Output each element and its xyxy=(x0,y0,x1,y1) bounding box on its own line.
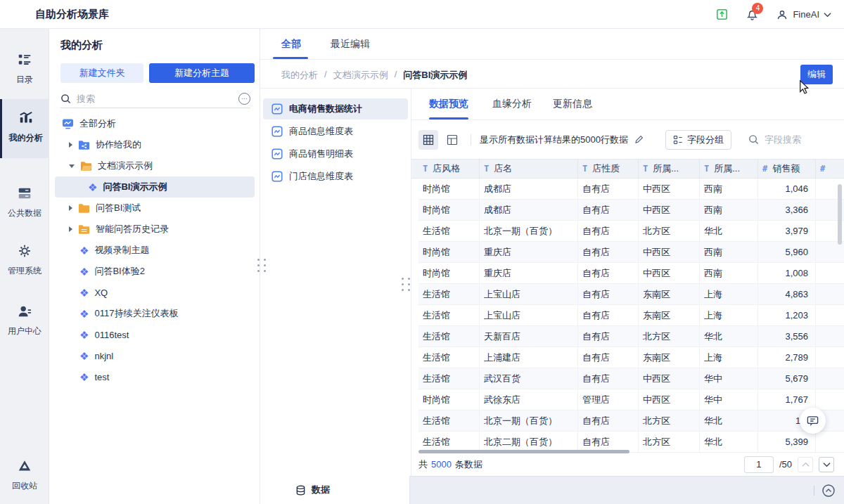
tab-update-info[interactable]: 更新信息 xyxy=(553,98,592,110)
new-folder-button[interactable]: 新建文件夹 xyxy=(60,63,143,83)
total-suffix: 条数据 xyxy=(455,458,482,471)
total-count: 5000 xyxy=(431,459,452,470)
tree-item-xq[interactable]: ❖XQ xyxy=(49,282,260,303)
next-page-button[interactable] xyxy=(819,457,834,472)
collapse-panel-button[interactable] xyxy=(821,484,836,498)
tree-item-test[interactable]: ❖test xyxy=(49,366,260,387)
column-header-area[interactable]: T所属... xyxy=(700,160,758,178)
edit-pencil-icon[interactable] xyxy=(634,134,644,145)
tree-panel-resize-handle[interactable] xyxy=(257,259,266,272)
tree-item-shared-with-me[interactable]: 协作给我的 xyxy=(49,134,260,155)
expand-arrow-icon[interactable] xyxy=(69,205,72,211)
tree-item-0116test[interactable]: ❖0116test xyxy=(49,324,260,345)
cell-sales-amount: 3,556 xyxy=(758,326,816,347)
text-type-icon: T xyxy=(582,164,587,174)
subject-diamond-icon: ❖ xyxy=(88,182,97,193)
main-area: 全部 最近编辑 我的分析 / 文档演示示例 / 问答BI演示示例 编辑 电商销售… xyxy=(260,29,844,504)
text-type-icon: T xyxy=(643,164,648,174)
field-group-button[interactable]: 字段分组 xyxy=(665,130,731,150)
tab-recently-edited[interactable]: 最近编辑 xyxy=(331,38,370,51)
notification-bell[interactable]: 4 xyxy=(746,8,759,21)
more-icon[interactable]: ··· xyxy=(238,93,250,105)
breadcrumb-item[interactable]: 我的分析 xyxy=(281,69,318,82)
gear-icon xyxy=(17,243,32,259)
folder-icon xyxy=(78,203,90,214)
new-subject-button[interactable]: 新建分析主题 xyxy=(149,63,255,83)
column-header-region[interactable]: T所属... xyxy=(639,160,700,178)
dataset-item-ecommerce-stats[interactable]: 电商销售数据统计 xyxy=(263,98,408,119)
database-icon xyxy=(295,485,306,496)
previous-page-button[interactable] xyxy=(798,457,813,472)
tree-item-video-subject[interactable]: ❖视频录制主题 xyxy=(49,240,260,261)
cell-store-type: 自有店 xyxy=(578,432,639,452)
total-prefix: 共 xyxy=(418,458,428,471)
dataset-item-product-info[interactable]: 商品信息维度表 xyxy=(263,121,408,142)
cell-store-style: 生活馆 xyxy=(418,284,480,304)
tree-item-all-analysis[interactable]: 全部分析 xyxy=(49,113,260,134)
page-title: 自助分析场景库 xyxy=(35,8,109,21)
dataset-icon xyxy=(271,126,283,137)
page-number-input[interactable] xyxy=(744,456,774,473)
nav-item-catalog[interactable]: 目录 xyxy=(0,41,49,100)
cell-store-type: 自有店 xyxy=(578,200,639,220)
tab-lineage-analysis[interactable]: 血缘分析 xyxy=(492,98,532,110)
dataset-item-store-info[interactable]: 门店信息维度表 xyxy=(263,166,408,187)
tree-item-qa-bi-test-folder[interactable]: 问答BI测试 xyxy=(49,198,260,219)
cell-area: 华北 xyxy=(700,432,758,452)
cell-store-type: 自有店 xyxy=(578,179,639,199)
tree-search-input[interactable] xyxy=(77,93,233,104)
vertical-scrollbar[interactable] xyxy=(838,184,842,245)
cell-store-type: 自有店 xyxy=(578,242,639,262)
grid-view-button[interactable] xyxy=(418,130,438,150)
user-menu[interactable]: FineAI xyxy=(776,8,831,21)
recycle-icon xyxy=(17,458,32,474)
column-header-store-style[interactable]: T店风格 xyxy=(418,160,480,178)
main-tabs: 全部 最近编辑 xyxy=(260,29,844,60)
column-header-truncated[interactable]: # xyxy=(816,160,844,178)
open-folder-icon xyxy=(80,161,92,172)
table-row: 时尚馆 重庆店 自有店 中西区 西南 5,960 xyxy=(418,242,844,263)
column-header-sales-amount[interactable]: #销售额 xyxy=(758,160,816,178)
cell-area: 华北 xyxy=(700,326,758,347)
cell-empty xyxy=(816,347,844,368)
cell-store-name: 武徐东店 xyxy=(480,389,578,410)
nav-item-recycle-bin[interactable]: 回收站 xyxy=(0,447,49,504)
column-header-store-type[interactable]: T店性质 xyxy=(578,160,639,178)
collapse-arrow-icon[interactable] xyxy=(69,164,75,168)
table-header: T店风格 T店名 T店性质 T所属... T所属... #销售额 # xyxy=(411,159,844,179)
column-header-store-name[interactable]: T店名 xyxy=(480,160,578,178)
dataset-panel-resize-handle[interactable] xyxy=(402,278,410,291)
cell-empty xyxy=(816,242,844,262)
cell-area: 华中 xyxy=(700,368,758,389)
dataset-item-product-sales-detail[interactable]: 商品销售明细表 xyxy=(263,143,408,164)
tree-item-qa-history-folder[interactable]: 智能问答历史记录 xyxy=(49,219,260,240)
number-type-icon: # xyxy=(820,164,825,174)
tab-data-preview[interactable]: 数据预览 xyxy=(429,98,468,110)
chat-bubble-icon xyxy=(806,414,819,427)
breadcrumb-separator: / xyxy=(324,69,327,82)
tree-item-qa-bi-exp2[interactable]: ❖问答BI体验2 xyxy=(49,261,260,282)
nav-item-public-data[interactable]: 公共数据 xyxy=(0,174,49,233)
edit-button[interactable]: 编辑 xyxy=(800,65,833,84)
field-search-input[interactable] xyxy=(765,134,842,145)
tree-item-0117-dashboard[interactable]: ❖0117持续关注仪表板 xyxy=(49,303,260,324)
nav-item-user-center[interactable]: 用户中心 xyxy=(0,292,49,351)
cell-store-style: 时尚馆 xyxy=(418,263,480,283)
upload-icon[interactable] xyxy=(715,8,729,21)
tree-item-qa-bi-demo[interactable]: ❖ 问答BI演示示例 xyxy=(55,176,255,198)
breadcrumb-item[interactable]: 文档演示示例 xyxy=(333,69,388,82)
chevron-up-icon xyxy=(802,462,810,467)
expand-arrow-icon[interactable] xyxy=(69,226,72,232)
tree-item-doc-demo-folder[interactable]: 文档演示示例 xyxy=(49,155,260,176)
tree-item-nkjnl[interactable]: ❖nkjnl xyxy=(49,345,260,366)
expand-arrow-icon[interactable] xyxy=(69,142,72,148)
top-bar-actions: 4 FineAI xyxy=(715,0,831,29)
data-tab[interactable]: 数据 xyxy=(260,476,410,504)
feedback-chat-button[interactable] xyxy=(800,408,826,434)
row-info-text: 显示所有数据计算结果的5000行数据 xyxy=(480,134,628,146)
layout-view-button[interactable] xyxy=(442,130,462,150)
cell-sales-amount: 5,960 xyxy=(758,242,816,262)
nav-item-my-analysis[interactable]: 我的分析 xyxy=(0,99,49,158)
tab-all[interactable]: 全部 xyxy=(281,38,301,51)
nav-item-admin[interactable]: 管理系统 xyxy=(0,232,49,291)
